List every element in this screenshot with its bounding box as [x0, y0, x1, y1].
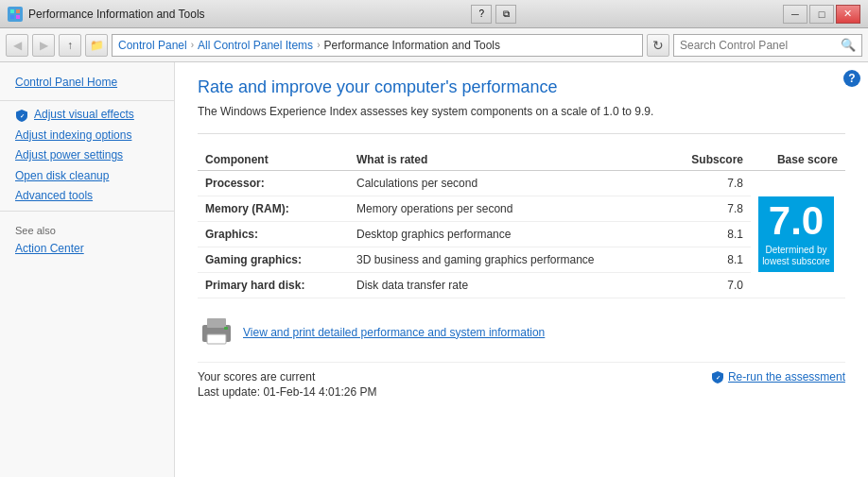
breadcrumb-control-panel[interactable]: Control Panel	[118, 39, 187, 52]
restore-extra-btn[interactable]: ⧉	[495, 5, 516, 24]
base-score-number: 7.0	[769, 201, 824, 241]
view-details-row: View and print detailed performance and …	[198, 314, 845, 350]
table-and-score: Component What is rated Subscore Base sc…	[198, 149, 845, 314]
forward-button[interactable]: ▶	[32, 34, 55, 57]
cell-subscore: 7.0	[675, 273, 751, 298]
base-score-label: Determined by lowest subscore	[758, 245, 834, 267]
performance-table: Component What is rated Subscore Base sc…	[198, 149, 845, 298]
sidebar-divider-1	[0, 100, 174, 101]
folder-icon: 📁	[85, 34, 108, 57]
cell-subscore: 7.8	[675, 196, 751, 222]
col-subscore: Subscore	[675, 149, 751, 171]
breadcrumb-sep-1: ›	[191, 40, 194, 50]
cell-rated: Memory operations per second	[349, 196, 675, 222]
search-box[interactable]: 🔍	[673, 34, 862, 57]
cell-subscore: 8.1	[675, 247, 751, 273]
cell-component: Memory (RAM):	[198, 196, 349, 222]
svg-rect-3	[16, 15, 20, 19]
title-bar: Performance Information and Tools ? ⧉ ─ …	[0, 0, 868, 28]
page-description: The Windows Experience Index assesses ke…	[198, 105, 845, 134]
cell-rated: Desktop graphics performance	[349, 222, 675, 247]
sidebar-item-visual-effects[interactable]: ✓ Adjust visual effects	[0, 105, 174, 126]
app-icon	[8, 7, 23, 22]
see-also-label: See also	[0, 215, 174, 239]
bottom-section: Your scores are current Last update: 01-…	[198, 362, 845, 399]
up-button[interactable]: ↑	[59, 34, 81, 57]
search-input[interactable]	[680, 39, 841, 52]
cell-subscore: 8.1	[675, 222, 751, 247]
base-score-box: 7.0Determined by lowest subscore	[758, 196, 834, 272]
cell-subscore: 7.8	[675, 171, 751, 196]
table-row: Graphics:Desktop graphics performance8.1	[198, 222, 845, 247]
cell-rated: Disk data transfer rate	[349, 273, 675, 298]
breadcrumb-sep-2: ›	[317, 40, 320, 50]
col-basescore: Base score	[751, 149, 845, 171]
sidebar-item-advanced-label: Advanced tools	[15, 189, 93, 204]
sidebar-item-power-label: Adjust power settings	[15, 148, 123, 163]
cell-rated: Calculations per second	[349, 171, 675, 196]
window-controls: ─ □ ✕	[783, 5, 860, 24]
page-title: Rate and improve your computer's perform…	[198, 77, 845, 97]
sidebar: Control Panel Home ✓ Adjust visual effec…	[0, 62, 175, 477]
cell-basescore: 7.0Determined by lowest subscore	[751, 171, 845, 298]
last-update-label: Last update:	[198, 385, 260, 399]
breadcrumb-all-items[interactable]: All Control Panel Items	[198, 39, 313, 52]
svg-text:✓: ✓	[715, 375, 720, 381]
svg-rect-0	[10, 9, 14, 13]
sidebar-item-indexing-label: Adjust indexing options	[15, 128, 131, 144]
sidebar-item-cleanup-label: Open disk cleanup	[15, 169, 109, 184]
cell-component: Gaming graphics:	[198, 247, 349, 273]
help-extra-btn[interactable]: ?	[471, 5, 492, 24]
shield-small-icon: ✓	[711, 370, 724, 383]
back-button[interactable]: ◀	[6, 34, 28, 57]
view-details-link[interactable]: View and print detailed performance and …	[243, 326, 545, 339]
sidebar-item-action-center-label: Action Center	[15, 242, 84, 257]
table-row: Memory (RAM):Memory operations per secon…	[198, 196, 845, 222]
minimize-button[interactable]: ─	[783, 5, 807, 24]
cell-rated: 3D business and gaming graphics performa…	[349, 247, 675, 273]
scores-current-text: Your scores are current	[198, 370, 376, 383]
svg-rect-1	[16, 9, 20, 13]
last-update-row: Last update: 01-Feb-14 4:01:26 PM	[198, 385, 376, 399]
sidebar-item-action-center[interactable]: Action Center	[0, 239, 174, 260]
sidebar-home-link[interactable]: Control Panel Home	[0, 72, 174, 96]
sidebar-item-power[interactable]: Adjust power settings	[0, 145, 174, 166]
col-component: Component	[198, 149, 349, 171]
svg-rect-8	[224, 327, 228, 330]
rerun-link[interactable]: ✓ Re-run the assessment	[711, 370, 845, 383]
sidebar-item-cleanup[interactable]: Open disk cleanup	[0, 166, 174, 187]
printer-icon	[198, 314, 235, 350]
sidebar-item-indexing[interactable]: Adjust indexing options	[0, 126, 174, 146]
breadcrumb-current: Performance Information and Tools	[323, 39, 500, 52]
main-layout: Control Panel Home ✓ Adjust visual effec…	[0, 62, 868, 477]
scores-info: Your scores are current Last update: 01-…	[198, 370, 376, 399]
cell-component: Primary hard disk:	[198, 273, 349, 298]
title-bar-extras: ? ⧉	[471, 5, 516, 24]
sidebar-divider-2	[0, 211, 174, 212]
refresh-button[interactable]: ↻	[647, 34, 669, 57]
svg-rect-6	[207, 318, 226, 328]
address-path[interactable]: Control Panel › All Control Panel Items …	[112, 34, 643, 57]
table-row: Gaming graphics:3D business and gaming g…	[198, 247, 845, 273]
svg-text:✓: ✓	[20, 113, 25, 119]
col-rated: What is rated	[349, 149, 675, 171]
window-title: Performance Information and Tools	[28, 8, 205, 21]
sidebar-item-advanced[interactable]: Advanced tools	[0, 186, 174, 207]
maximize-button[interactable]: □	[809, 5, 834, 24]
table-row: Processor:Calculations per second7.87.0D…	[198, 171, 845, 196]
last-update-value: 01-Feb-14 4:01:26 PM	[263, 385, 376, 399]
sidebar-item-visual-label: Adjust visual effects	[34, 108, 134, 123]
shield-icon: ✓	[15, 109, 28, 122]
svg-rect-7	[207, 334, 226, 344]
table-row: Primary hard disk:Disk data transfer rat…	[198, 273, 845, 298]
help-button[interactable]: ?	[843, 70, 860, 87]
search-icon: 🔍	[841, 38, 856, 52]
cell-component: Graphics:	[198, 222, 349, 247]
close-button[interactable]: ✕	[836, 5, 860, 24]
content-area: ? Rate and improve your computer's perfo…	[175, 62, 868, 477]
svg-rect-2	[10, 15, 14, 19]
address-bar: ◀ ▶ ↑ 📁 Control Panel › All Control Pane…	[0, 28, 868, 62]
rerun-label: Re-run the assessment	[728, 370, 845, 383]
cell-component: Processor:	[198, 171, 349, 196]
